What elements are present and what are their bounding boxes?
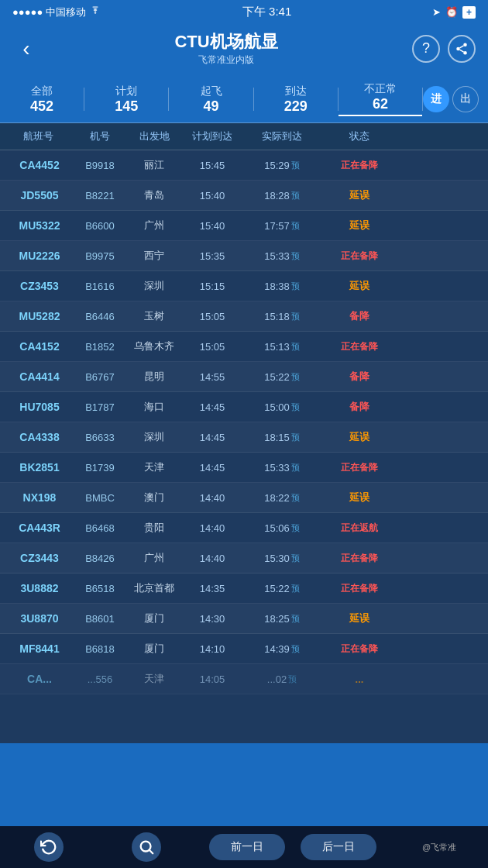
actual-time: 17:57 (264, 220, 290, 232)
actual-time: 18:22 (264, 492, 290, 504)
predict-tag: 预 (291, 250, 300, 262)
table-row[interactable]: CA4452 B9918 丽江 15:45 15:29预 正在备降 (0, 150, 488, 181)
stat-abnormal[interactable]: 不正常 62 (339, 82, 422, 116)
predict-tag: 预 (291, 371, 300, 383)
svg-line-6 (149, 850, 153, 853)
status-right: ➤ ⏰ + (432, 6, 476, 19)
actual-time: 15:00 (264, 401, 290, 413)
in-button[interactable]: 进 (423, 86, 449, 112)
col-status: 状态 (321, 129, 398, 143)
stat-arrived[interactable]: 到达 229 (254, 84, 338, 115)
predict-tag: 预 (291, 583, 300, 594)
predict-tag: 预 (291, 432, 300, 443)
cell-scheduled: 15:35 (181, 250, 243, 262)
predict-tag: 预 (291, 401, 300, 413)
cell-plane: ...556 (73, 673, 127, 685)
actual-time: ...02 (267, 673, 287, 685)
cell-origin: 深圳 (127, 430, 181, 444)
cell-origin: 青岛 (127, 188, 181, 202)
cell-actual: 18:15预 (243, 432, 321, 443)
table-row[interactable]: NX198 BMBC 澳门 14:40 18:22预 延误 (0, 483, 488, 513)
cell-flight: CA4452 (3, 159, 73, 171)
cell-status: 正在返航 (321, 522, 398, 535)
stat-all[interactable]: 全部 452 (0, 84, 84, 115)
cell-scheduled: 14:10 (181, 643, 243, 655)
stat-planned[interactable]: 计划 145 (84, 84, 168, 115)
table-row[interactable]: BK2851 B1739 天津 14:45 15:33预 正在备降 (0, 453, 488, 483)
share-button[interactable] (448, 35, 476, 63)
svg-point-1 (456, 46, 460, 50)
cell-flight: MF8441 (3, 642, 73, 655)
help-button[interactable]: ? (412, 35, 440, 63)
prev-day-button[interactable]: 前一日 (209, 834, 285, 860)
weibo-label: @飞常准 (390, 842, 488, 853)
predict-tag: 预 (291, 220, 300, 232)
app-title: CTU机场航显 (40, 30, 412, 53)
app-subtitle: 飞常准业内版 (40, 53, 412, 67)
cell-scheduled: 15:40 (181, 190, 243, 202)
cell-actual: 18:25预 (243, 613, 321, 625)
table-row[interactable]: MU2226 B9975 西宁 15:35 15:33预 正在备降 (0, 241, 488, 271)
cell-status: 延误 (321, 219, 398, 232)
cell-flight: CA... (3, 673, 73, 685)
table-row[interactable]: 3U8882 B6518 北京首都 14:35 15:22预 正在备降 (0, 574, 488, 604)
cell-status: 延误 (321, 491, 398, 505)
cell-actual: ...02预 (243, 673, 321, 685)
col-origin: 出发地 (127, 129, 181, 143)
cell-actual: 15:00预 (243, 401, 321, 413)
table-row[interactable]: CA443R B6468 贵阳 14:40 15:06预 正在返航 (0, 513, 488, 543)
cell-flight: CA443R (3, 522, 73, 534)
actual-time: 15:33 (264, 462, 290, 474)
cell-origin: 海口 (127, 400, 181, 414)
wifi-icon (89, 6, 101, 18)
col-flight: 航班号 (3, 129, 73, 143)
stat-departed[interactable]: 起飞 49 (169, 84, 253, 115)
table-row[interactable]: CA4414 B6767 昆明 14:55 15:22预 备降 (0, 362, 488, 392)
cell-origin: 厦门 (127, 642, 181, 656)
cell-flight: CZ3443 (3, 552, 73, 564)
table-row[interactable]: MU5322 B6600 广州 15:40 17:57预 延误 (0, 211, 488, 241)
cell-flight: CA4152 (3, 340, 73, 353)
table-row[interactable]: MF8441 B6818 厦门 14:10 14:39预 正在备降 (0, 634, 488, 664)
table-row[interactable]: HU7085 B1787 海口 14:45 15:00预 备降 (0, 392, 488, 422)
out-button[interactable]: 出 (452, 86, 479, 112)
table-row[interactable]: CZ3453 B1616 深圳 15:15 18:38预 延误 (0, 271, 488, 301)
table-row[interactable]: CA4152 B1852 乌鲁木齐 15:05 15:13预 正在备降 (0, 332, 488, 362)
table-row[interactable]: CA4338 B6633 深圳 14:45 18:15预 延误 (0, 422, 488, 453)
cell-origin: 天津 (127, 460, 181, 474)
col-scheduled: 计划到达 (181, 129, 243, 143)
table-row[interactable]: CA... ...556 天津 14:05 ...02预 ... (0, 664, 488, 694)
back-button[interactable]: ‹ (12, 36, 40, 61)
cell-plane: BMBC (73, 492, 127, 504)
table-row[interactable]: CZ3443 B8426 广州 14:40 15:30预 正在备降 (0, 543, 488, 574)
cell-flight: BK2851 (3, 461, 73, 474)
header: ‹ CTU机场航显 飞常准业内版 ? (0, 24, 488, 76)
table-row[interactable]: JD5505 B8221 青岛 15:40 18:28预 延误 (0, 181, 488, 211)
next-day-button[interactable]: 后一日 (301, 834, 376, 860)
cell-flight: MU5282 (3, 310, 73, 322)
actual-time: 15:22 (264, 371, 290, 383)
signal-dots: ●●●●● (12, 6, 43, 18)
cell-actual: 14:39预 (243, 643, 321, 655)
cell-origin: 丽江 (127, 158, 181, 172)
actual-time: 15:22 (264, 583, 290, 594)
search-button[interactable] (98, 832, 195, 862)
cell-origin: 玉树 (127, 309, 181, 323)
flights-body: CA4452 B9918 丽江 15:45 15:29预 正在备降 JD5505… (0, 150, 488, 694)
battery-icon: + (462, 6, 476, 19)
header-title: CTU机场航显 飞常准业内版 (40, 30, 412, 67)
actual-time: 15:29 (264, 160, 290, 171)
cell-status: 正在备降 (321, 552, 398, 565)
predict-tag: 预 (288, 673, 297, 685)
predict-tag: 预 (291, 462, 300, 474)
cell-actual: 15:33预 (243, 250, 321, 262)
actual-time: 15:30 (264, 553, 290, 564)
cell-origin: 昆明 (127, 370, 181, 384)
cell-plane: B1616 (73, 281, 127, 292)
table-row[interactable]: 3U8870 B8601 厦门 14:30 18:25预 延误 (0, 604, 488, 634)
refresh-button[interactable] (0, 832, 98, 862)
table-row[interactable]: MU5282 B6446 玉树 15:05 15:18预 备降 (0, 301, 488, 332)
predict-tag: 预 (291, 281, 300, 292)
cell-scheduled: 14:45 (181, 401, 243, 413)
cell-origin: 贵阳 (127, 521, 181, 535)
